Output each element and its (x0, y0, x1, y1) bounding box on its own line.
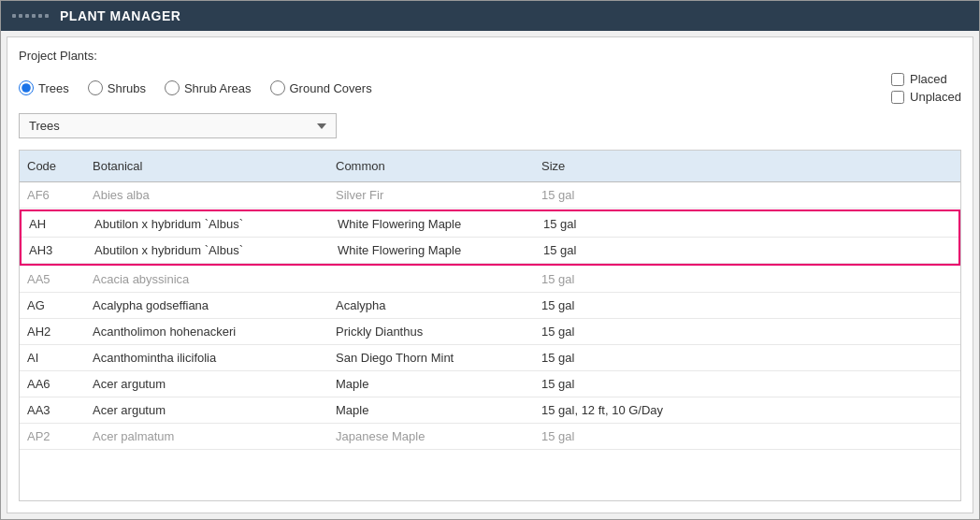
title-bar-dots (12, 14, 49, 18)
dropdown-row: Trees Shrubs Shrub Areas Ground Covers (19, 113, 961, 138)
dot-3 (25, 14, 29, 18)
cell-code: AH3 (22, 240, 87, 260)
table-row[interactable]: AIAcanthomintha ilicifoliaSan Diego Thor… (20, 345, 960, 371)
cell-common: White Flowering Maple (330, 240, 536, 260)
cell-botanical: Abutilon x hybridum `Albus` (87, 240, 330, 260)
radio-ground-covers-input[interactable] (270, 80, 285, 95)
table-row[interactable]: AGAcalypha godseffianaAcalypha15 gal (20, 293, 960, 319)
plant-table: Code Botanical Common Size AF6Abies alba… (19, 150, 961, 501)
cell-common: Maple (328, 374, 534, 394)
cell-code: AP2 (20, 426, 85, 446)
cell-botanical: Acacia abyssinica (85, 269, 328, 289)
app-title: PLANT MANAGER (60, 8, 180, 23)
cell-common: Acalypha (328, 296, 534, 315)
dot-1 (12, 14, 16, 18)
checkbox-placed-input[interactable] (891, 73, 904, 86)
cell-common: Japanese Maple (328, 426, 534, 446)
cell-botanical: Acanthomintha ilicifolia (85, 348, 328, 368)
cell-code: AA6 (20, 374, 85, 394)
cell-size: 15 gal (536, 240, 704, 260)
table-body: AF6Abies albaSilver Fir15 galAHAbutilon … (20, 182, 960, 500)
cell-botanical: Abies alba (85, 185, 328, 205)
cell-code: AH (22, 214, 87, 234)
cell-botanical: Acer argutum (85, 374, 328, 394)
cell-size: 15 gal, 12 ft, 10 G/Day (534, 400, 702, 420)
table-row[interactable]: AHAbutilon x hybridum `Albus`White Flowe… (22, 211, 958, 238)
col-header-common: Common (328, 155, 534, 177)
cell-size: 15 gal (534, 348, 702, 368)
radio-trees[interactable]: Trees (19, 80, 69, 95)
cell-botanical: Acalypha godseffiana (85, 296, 328, 315)
project-plants-label: Project Plants: (19, 49, 961, 63)
checkbox-unplaced[interactable]: Unplaced (891, 90, 961, 104)
checkboxes-right: Placed Unplaced (891, 72, 961, 104)
radio-shrubs-input[interactable] (88, 80, 103, 95)
radio-shrubs[interactable]: Shrubs (88, 80, 146, 95)
checkbox-placed-label: Placed (910, 72, 947, 86)
cell-botanical: Abutilon x hybridum `Albus` (87, 214, 330, 234)
col-header-size: Size (534, 155, 702, 177)
cell-code: AA3 (20, 400, 85, 420)
cell-code: AH2 (20, 322, 85, 341)
dot-5 (38, 14, 42, 18)
cell-size: 15 gal (534, 269, 702, 289)
cell-common (328, 269, 534, 289)
table-row[interactable]: AH3Abutilon x hybridum `Albus`White Flow… (22, 238, 958, 264)
table-row[interactable]: AA5Acacia abyssinica15 gal (20, 267, 960, 293)
dot-2 (19, 14, 22, 18)
radio-row: Trees Shrubs Shrub Areas Ground Covers P… (19, 72, 961, 104)
radio-trees-input[interactable] (19, 80, 34, 95)
cell-size: 15 gal (536, 214, 704, 234)
radio-trees-label: Trees (38, 81, 69, 95)
cell-code: AG (20, 296, 85, 315)
cell-common: Prickly Dianthus (328, 322, 534, 341)
dot-6 (45, 14, 49, 18)
plant-type-dropdown[interactable]: Trees Shrubs Shrub Areas Ground Covers (19, 113, 337, 138)
cell-botanical: Acantholimon hohenackeri (85, 322, 328, 341)
main-content: Project Plants: Trees Shrubs Shrub Areas… (7, 36, 973, 513)
cell-code: AF6 (20, 185, 85, 205)
col-header-botanical: Botanical (85, 155, 328, 177)
cell-common: White Flowering Maple (330, 214, 536, 234)
radio-ground-covers-label: Ground Covers (290, 81, 372, 95)
cell-common: Maple (328, 400, 534, 420)
cell-size: 15 gal (534, 322, 702, 341)
table-row[interactable]: AA3Acer argutumMaple15 gal, 12 ft, 10 G/… (20, 397, 960, 424)
cell-size: 15 gal (534, 374, 702, 394)
cell-size: 15 gal (534, 185, 702, 205)
cell-size: 15 gal (534, 296, 702, 315)
checkbox-placed[interactable]: Placed (891, 72, 961, 86)
cell-size: 15 gal (534, 426, 702, 446)
cell-code: AA5 (20, 269, 85, 289)
radio-shrubs-label: Shrubs (108, 81, 146, 95)
checkbox-unplaced-label: Unplaced (910, 90, 961, 104)
highlighted-group: AHAbutilon x hybridum `Albus`White Flowe… (20, 209, 960, 266)
radio-shrub-areas[interactable]: Shrub Areas (165, 80, 252, 95)
cell-common: San Diego Thorn Mint (328, 348, 534, 368)
radio-ground-covers[interactable]: Ground Covers (270, 80, 372, 95)
dot-4 (32, 14, 36, 18)
app-window: PLANT MANAGER Project Plants: Trees Shru… (0, 0, 980, 520)
table-row[interactable]: AA6Acer argutumMaple15 gal (20, 371, 960, 397)
col-header-code: Code (20, 155, 85, 177)
radio-shrub-areas-input[interactable] (165, 80, 180, 95)
radio-shrub-areas-label: Shrub Areas (184, 81, 252, 95)
table-row[interactable]: AP2Acer palmatumJapanese Maple15 gal (20, 424, 960, 450)
checkbox-unplaced-input[interactable] (891, 91, 904, 104)
cell-botanical: Acer palmatum (85, 426, 328, 446)
cell-code: AI (20, 348, 85, 368)
table-row[interactable]: AF6Abies albaSilver Fir15 gal (20, 182, 960, 209)
table-row[interactable]: AH2Acantholimon hohenackeriPrickly Diant… (20, 319, 960, 345)
table-header: Code Botanical Common Size (20, 151, 960, 182)
cell-common: Silver Fir (328, 185, 534, 205)
title-bar: PLANT MANAGER (1, 1, 979, 31)
cell-botanical: Acer argutum (85, 400, 328, 420)
